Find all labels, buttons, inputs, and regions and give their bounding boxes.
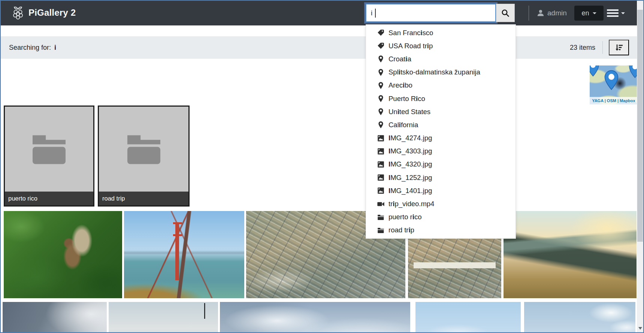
search-suggestion[interactable]: IMG_4320.jpg [366, 158, 515, 171]
search-query-text: i [54, 44, 56, 51]
app-title[interactable]: PiGallery 2 [28, 1, 76, 25]
tag-icon [377, 29, 385, 37]
username-label: admin [547, 9, 567, 17]
text-caret [375, 9, 376, 18]
hamburger-icon [607, 9, 619, 17]
raspberry-pi-logo-icon[interactable] [10, 6, 25, 21]
search-suggestion[interactable]: road trip [366, 224, 515, 237]
suggestion-label: IMG_4274.jpg [388, 134, 432, 142]
photo-thumbnail-golden-gate-bridge[interactable] [124, 211, 244, 298]
photo-thumbnail-cloudy-sky[interactable] [220, 302, 410, 333]
scroll-up-button[interactable] [637, 1, 643, 9]
folder-icon [377, 213, 385, 221]
location-pin-icon [377, 95, 385, 103]
map-pin-icon [590, 65, 599, 77]
location-pin-icon [377, 121, 385, 129]
suggestion-label: Croatia [388, 55, 411, 63]
folder-icon [123, 133, 165, 166]
search-suggestion[interactable]: Arecibo [366, 79, 515, 92]
photo-thumbnail-mountain-ridge[interactable] [504, 211, 637, 298]
top-navbar: PiGallery 2 admin en [1, 1, 643, 25]
suggestion-label: Arecibo [388, 81, 412, 89]
image-icon [377, 161, 385, 168]
photo-thumbnail-squirrel-foliage[interactable] [4, 211, 122, 298]
folder-tile-puerto-rico[interactable]: puerto rico [4, 106, 94, 207]
search-suggestion[interactable]: United States [366, 105, 515, 118]
search-suggestions-dropdown: San FranciscoUSA Road tripCroatiaSplitsk… [366, 24, 516, 239]
search-suggestion[interactable]: puerto rico [366, 211, 515, 224]
suggestion-label: IMG_1252.jpg [388, 174, 432, 182]
suggestion-label: Puerto Rico [388, 95, 425, 103]
image-icon [377, 147, 385, 155]
suggestion-label: San Francisco [388, 29, 433, 37]
search-suggestion[interactable]: San Francisco [366, 26, 515, 39]
location-pin-icon [377, 55, 385, 63]
video-camera-icon [377, 200, 385, 208]
search-suggestion[interactable]: IMG_1252.jpg [366, 171, 515, 184]
search-suggestion[interactable]: IMG_1401.jpg [366, 184, 515, 197]
folder-tile-road-trip[interactable]: road trip [98, 106, 190, 207]
tag-icon [377, 42, 385, 50]
searching-for-text: Searching for:i [9, 36, 56, 59]
folder-icon [377, 226, 385, 234]
photo-thumbnail-teal-building[interactable] [109, 302, 218, 333]
suggestion-label: California [388, 121, 418, 129]
sort-amount-down-icon [615, 43, 623, 52]
image-icon [377, 174, 385, 181]
search-suggestion[interactable]: Puerto Rico [366, 92, 515, 105]
search-suggestion[interactable]: Splitsko-dalmatinska županija [366, 66, 515, 79]
search-suggestion[interactable]: California [366, 118, 515, 131]
image-icon [377, 134, 385, 142]
search-status-bar: Searching for:i 23 items [1, 36, 637, 59]
status-divider [602, 41, 603, 54]
suggestion-label: Splitsko-dalmatinska županija [388, 68, 480, 76]
language-dropdown[interactable]: en [574, 6, 604, 21]
search-suggestion[interactable]: IMG_4303.jpg [366, 145, 515, 158]
search-suggestion[interactable]: IMG_4274.jpg [366, 132, 515, 145]
suggestion-label: puerto rico [388, 213, 421, 221]
scrollbar-thumb[interactable] [637, 10, 643, 242]
search-input[interactable] [366, 4, 496, 22]
photo-thumbnail-blue-sky-sea[interactable] [415, 302, 521, 333]
language-label: en [581, 9, 589, 17]
caret-down-icon [593, 12, 596, 14]
search-icon [501, 9, 510, 18]
folder-icon [28, 133, 70, 166]
image-icon [377, 187, 385, 195]
photo-thumbnail-storm-clouds[interactable] [3, 302, 107, 333]
map-pin-icon [604, 70, 619, 90]
map-attribution: YAGA | OSM | Mapbox [590, 97, 638, 104]
search-suggestion[interactable]: Croatia [366, 52, 515, 65]
searching-for-label: Searching for: [9, 44, 51, 51]
navbar-divider [529, 6, 529, 21]
suggestion-label: USA Road trip [388, 42, 433, 50]
pigallery-window: PiGallery 2 admin en [0, 0, 644, 333]
item-count-label: 23 items [570, 36, 595, 59]
caret-down-icon [621, 12, 625, 14]
location-pin-icon [377, 108, 385, 116]
search-button[interactable] [496, 4, 515, 22]
suggestion-label: road trip [388, 226, 414, 234]
search-suggestion[interactable]: USA Road trip [366, 39, 515, 52]
folder-name: road trip [99, 192, 188, 205]
user-icon [536, 9, 545, 18]
arrow-down-icon [638, 327, 642, 330]
suggestion-label: trip_video.mp4 [388, 200, 434, 208]
folder-name: puerto rico [5, 192, 93, 205]
location-pin-icon [377, 68, 385, 76]
suggestion-label: IMG_4303.jpg [388, 147, 432, 155]
user-menu[interactable]: admin [536, 1, 567, 25]
location-pin-icon [377, 82, 385, 89]
map-preview-widget[interactable]: YAGA | OSM | Mapbox [590, 65, 638, 104]
suggestion-label: IMG_4320.jpg [388, 160, 432, 168]
suggestion-label: United States [388, 108, 430, 116]
map-pin-icon [629, 65, 638, 78]
scroll-down-button[interactable] [637, 324, 643, 332]
sort-button[interactable] [609, 40, 629, 55]
search-suggestion[interactable]: trip_video.mp4 [366, 197, 515, 210]
vertical-scrollbar[interactable] [637, 1, 643, 332]
main-menu-button[interactable] [607, 1, 625, 25]
suggestion-label: IMG_1401.jpg [388, 187, 432, 195]
photo-thumbnail-city-skyline[interactable] [524, 302, 635, 333]
